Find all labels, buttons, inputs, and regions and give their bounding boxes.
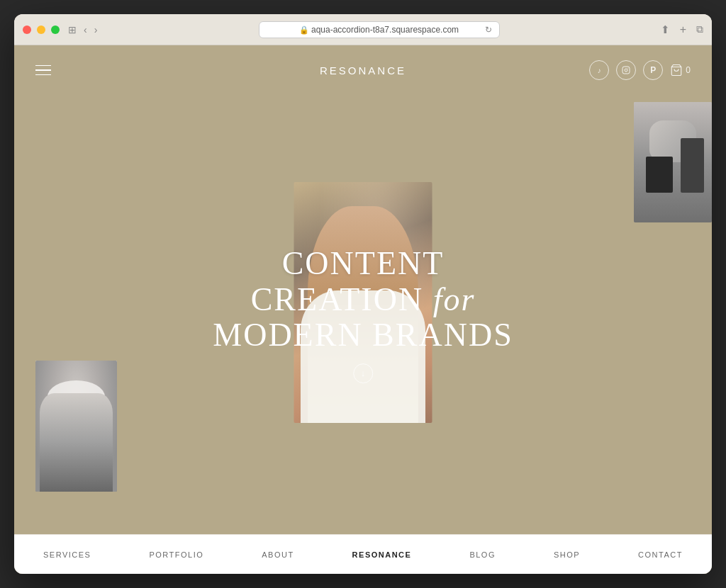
nav-right: ♪ P <box>589 60 691 80</box>
left-photo <box>35 361 117 492</box>
nav-about[interactable]: ABOUT <box>262 550 294 559</box>
instagram-icon[interactable] <box>616 60 636 80</box>
url-text: aqua-accordion-t8a7.squarespace.com <box>311 25 459 35</box>
hamburger-menu[interactable] <box>35 65 51 76</box>
reload-icon[interactable]: ↻ <box>485 25 492 35</box>
top-nav: RESONANCE ♪ P <box>14 45 712 95</box>
lock-icon: 🔒 <box>299 26 311 34</box>
browser-controls: ⊞ ‹ › <box>68 24 97 35</box>
svg-point-2 <box>628 68 629 69</box>
left-person-image <box>35 361 117 492</box>
close-button[interactable] <box>23 26 31 34</box>
window-actions: ⬆ + ⧉ <box>661 23 703 36</box>
svg-point-1 <box>625 69 627 72</box>
pinterest-icon[interactable]: P <box>643 60 663 80</box>
browser-content: RESONANCE ♪ P <box>14 45 712 574</box>
nav-shop[interactable]: SHOP <box>554 550 580 559</box>
dark-object-1 <box>681 138 704 193</box>
title-bar: ⊞ ‹ › 🔒 aqua-accordion-t8a7.squarespace.… <box>14 14 712 45</box>
nav-resonance[interactable]: RESONANCE <box>352 550 412 559</box>
nav-portfolio[interactable]: PORTFOLIO <box>149 550 203 559</box>
url-input[interactable]: 🔒 aqua-accordion-t8a7.squarespace.com ↻ <box>259 21 500 38</box>
hamburger-line-2 <box>35 69 51 71</box>
tabs-icon[interactable]: ⧉ <box>696 23 703 35</box>
back-button[interactable]: ‹ <box>84 24 87 35</box>
maximize-button[interactable] <box>51 26 60 34</box>
bottom-nav: SERVICES PORTFOLIO ABOUT RESONANCE BLOG … <box>14 534 712 574</box>
site-title: RESONANCE <box>320 64 406 77</box>
nav-blog[interactable]: BLOG <box>469 550 496 559</box>
right-photo <box>634 102 712 222</box>
minimize-button[interactable] <box>37 26 45 34</box>
url-bar: 🔒 aqua-accordion-t8a7.squarespace.com ↻ <box>97 21 660 38</box>
hamburger-line-1 <box>35 65 51 67</box>
right-image-content <box>634 102 712 222</box>
nav-contact[interactable]: CONTACT <box>638 550 683 559</box>
nav-services[interactable]: SERVICES <box>43 550 91 559</box>
tiktok-icon[interactable]: ♪ <box>589 60 609 80</box>
dark-object-2 <box>646 157 674 193</box>
hero: CONTENT CREATION for MODERN BRANDS ↓ <box>14 95 712 534</box>
website: RESONANCE ♪ P <box>14 45 712 574</box>
cart-button[interactable]: 0 <box>670 64 691 77</box>
sidebar-toggle-icon[interactable]: ⊞ <box>68 24 77 35</box>
shirt-shape <box>301 290 425 423</box>
cart-count: 0 <box>686 65 691 75</box>
new-tab-icon[interactable]: + <box>680 23 686 36</box>
svg-rect-0 <box>622 67 630 74</box>
traffic-lights <box>23 26 60 34</box>
share-icon[interactable]: ⬆ <box>661 23 670 36</box>
person-center <box>294 182 432 423</box>
figure-shape <box>40 393 113 492</box>
mac-window: ⊞ ‹ › 🔒 aqua-accordion-t8a7.squarespace.… <box>14 14 712 574</box>
center-photo <box>294 182 432 423</box>
center-image-overlay <box>294 182 432 423</box>
hamburger-line-3 <box>35 74 51 76</box>
